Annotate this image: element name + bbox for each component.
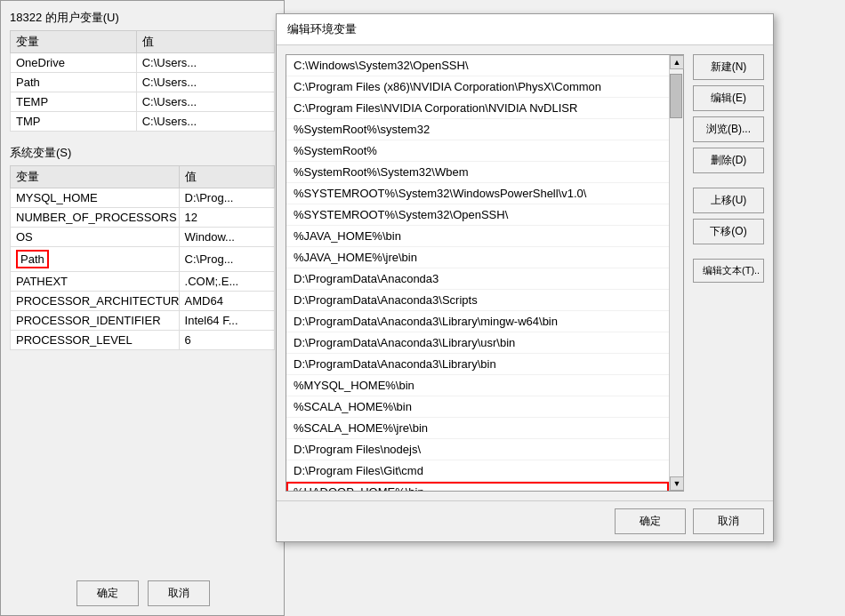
- main-confirm-button[interactable]: 确定: [76, 580, 139, 606]
- var-val-cell: C:\Users...: [136, 112, 274, 132]
- main-bottom-buttons: 确定 取消: [1, 580, 286, 606]
- edit-dialog-body: C:\Windows\System32\OpenSSH\C:\Program F…: [277, 45, 773, 500]
- var-val-cell: C:\Prog...: [179, 247, 274, 272]
- list-item[interactable]: %SystemRoot%: [286, 140, 669, 162]
- user-val-col-header: 值: [136, 31, 274, 53]
- var-name-cell: OS: [11, 228, 180, 247]
- list-item[interactable]: C:\Program Files (x86)\NVIDIA Corporatio…: [286, 76, 669, 98]
- table-row[interactable]: TEMPC:\Users...: [11, 92, 275, 112]
- edit-confirm-button[interactable]: 确定: [615, 508, 686, 534]
- list-item[interactable]: %SCALA_HOME%\bin: [286, 396, 669, 418]
- edit-env-dialog: 编辑环境变量 C:\Windows\System32\OpenSSH\C:\Pr…: [276, 13, 774, 542]
- list-item[interactable]: %SYSTEMROOT%\System32\OpenSSH\: [286, 204, 669, 226]
- var-val-cell: 12: [179, 208, 274, 228]
- list-item[interactable]: C:\Program Files\NVIDIA Corporation\NVID…: [286, 98, 669, 119]
- var-val-cell: 6: [179, 331, 274, 350]
- scroll-thumb[interactable]: [670, 74, 682, 118]
- sys-var-col-header: 变量: [11, 166, 180, 188]
- var-name-cell: PATHEXT: [11, 272, 180, 292]
- edit-cancel-button[interactable]: 取消: [693, 508, 764, 534]
- list-item[interactable]: D:\ProgramData\Anaconda3\Library\usr\bin: [286, 332, 669, 354]
- delete-button[interactable]: 删除(D): [693, 148, 764, 173]
- sys-vars-section: 系统变量(S) 变量 值 MYSQL_HOMED:\Prog...NUMBER_…: [10, 145, 275, 350]
- scroll-down-arrow[interactable]: ▼: [670, 476, 684, 491]
- list-item[interactable]: %SYSTEMROOT%\System32\WindowsPowerShell\…: [286, 183, 669, 204]
- var-val-cell: C:\Users...: [136, 73, 274, 92]
- user-vars-section: 18322 的用户变量(U) 变量 值 OneDriveC:\Users...P…: [10, 10, 275, 132]
- browse-button[interactable]: 浏览(B)...: [693, 116, 764, 142]
- edit-button[interactable]: 编辑(E): [693, 85, 764, 111]
- var-name-cell: Path: [11, 73, 137, 92]
- var-val-cell: C:\Users...: [136, 92, 274, 112]
- list-item[interactable]: D:\ProgramData\Anaconda3\Library\mingw-w…: [286, 311, 669, 332]
- list-item[interactable]: D:\ProgramData\Anaconda3\Scripts: [286, 290, 669, 311]
- var-name-cell: PROCESSOR_IDENTIFIER: [11, 311, 180, 331]
- scroll-track: [670, 69, 683, 476]
- path-list-wrapper: C:\Windows\System32\OpenSSH\C:\Program F…: [286, 54, 684, 492]
- edit-text-button[interactable]: 编辑文本(T)..: [693, 259, 764, 283]
- var-name-cell: Path: [11, 247, 180, 272]
- list-item[interactable]: %SystemRoot%\System32\Wbem: [286, 162, 669, 183]
- list-item[interactable]: %SystemRoot%\system32: [286, 119, 669, 140]
- move-down-button[interactable]: 下移(O): [693, 219, 764, 244]
- list-item[interactable]: C:\Windows\System32\OpenSSH\: [286, 55, 669, 76]
- var-val-cell: .COM;.E...: [179, 272, 274, 292]
- list-item[interactable]: %MYSQL_HOME%\bin: [286, 375, 669, 396]
- user-var-col-header: 变量: [11, 31, 137, 53]
- var-val-cell: C:\Users...: [136, 53, 274, 73]
- table-row[interactable]: PROCESSOR_LEVEL6: [11, 331, 275, 350]
- edit-dialog-titlebar: 编辑环境变量: [277, 14, 773, 45]
- sys-vars-title: 系统变量(S): [10, 145, 275, 161]
- new-button[interactable]: 新建(N): [693, 54, 764, 80]
- edit-dialog-bottom: 确定 取消: [277, 500, 773, 541]
- scrollbar[interactable]: ▲ ▼: [669, 55, 683, 491]
- list-item[interactable]: D:\Program Files\nodejs\: [286, 439, 669, 460]
- table-row[interactable]: OneDriveC:\Users...: [11, 53, 275, 73]
- table-row[interactable]: PathC:\Prog...: [11, 247, 275, 272]
- var-val-cell: D:\Prog...: [179, 188, 274, 208]
- table-row[interactable]: PROCESSOR_ARCHITECTUREAMD64: [11, 292, 275, 311]
- list-item[interactable]: D:\Program Files\Git\cmd: [286, 460, 669, 482]
- list-item[interactable]: D:\ProgramData\Anaconda3: [286, 268, 669, 290]
- var-val-cell: Window...: [179, 228, 274, 247]
- table-row[interactable]: PathC:\Users...: [11, 73, 275, 92]
- var-name-cell: NUMBER_OF_PROCESSORS: [11, 208, 180, 228]
- list-item[interactable]: %JAVA_HOME%\bin: [286, 226, 669, 247]
- table-row[interactable]: NUMBER_OF_PROCESSORS12: [11, 208, 275, 228]
- var-name-cell: MYSQL_HOME: [11, 188, 180, 208]
- var-name-cell: TEMP: [11, 92, 137, 112]
- main-env-dialog: 18322 的用户变量(U) 变量 值 OneDriveC:\Users...P…: [0, 0, 285, 616]
- table-row[interactable]: MYSQL_HOMED:\Prog...: [11, 188, 275, 208]
- list-item[interactable]: %JAVA_HOME%\jre\bin: [286, 247, 669, 268]
- scroll-up-arrow[interactable]: ▲: [670, 55, 684, 69]
- edit-dialog-title: 编辑环境变量: [287, 21, 357, 37]
- sys-vars-table: 变量 值 MYSQL_HOMED:\Prog...NUMBER_OF_PROCE…: [10, 165, 275, 350]
- user-vars-table: 变量 值 OneDriveC:\Users...PathC:\Users...T…: [10, 30, 275, 132]
- var-name-cell: PROCESSOR_LEVEL: [11, 331, 180, 350]
- var-val-cell: AMD64: [179, 292, 274, 311]
- var-name-cell: PROCESSOR_ARCHITECTURE: [11, 292, 180, 311]
- list-item[interactable]: %HADOOP_HOME%\bin: [286, 482, 669, 491]
- table-row[interactable]: PROCESSOR_IDENTIFIERIntel64 F...: [11, 311, 275, 331]
- var-name-cell: OneDrive: [11, 53, 137, 73]
- var-val-cell: Intel64 F...: [179, 311, 274, 331]
- list-item[interactable]: D:\ProgramData\Anaconda3\Library\bin: [286, 354, 669, 375]
- main-cancel-button[interactable]: 取消: [148, 580, 210, 606]
- user-vars-title: 18322 的用户变量(U): [10, 10, 275, 26]
- sys-val-col-header: 值: [179, 166, 274, 188]
- table-row[interactable]: OSWindow...: [11, 228, 275, 247]
- table-row[interactable]: PATHEXT.COM;.E...: [11, 272, 275, 292]
- edit-right-buttons: 新建(N) 编辑(E) 浏览(B)... 删除(D) 上移(U) 下移(O) 编…: [693, 54, 764, 492]
- table-row[interactable]: TMPC:\Users...: [11, 112, 275, 132]
- list-item[interactable]: %SCALA_HOME%\jre\bin: [286, 418, 669, 439]
- path-list[interactable]: C:\Windows\System32\OpenSSH\C:\Program F…: [286, 55, 669, 491]
- var-name-cell: TMP: [11, 112, 137, 132]
- move-up-button[interactable]: 上移(U): [693, 188, 764, 213]
